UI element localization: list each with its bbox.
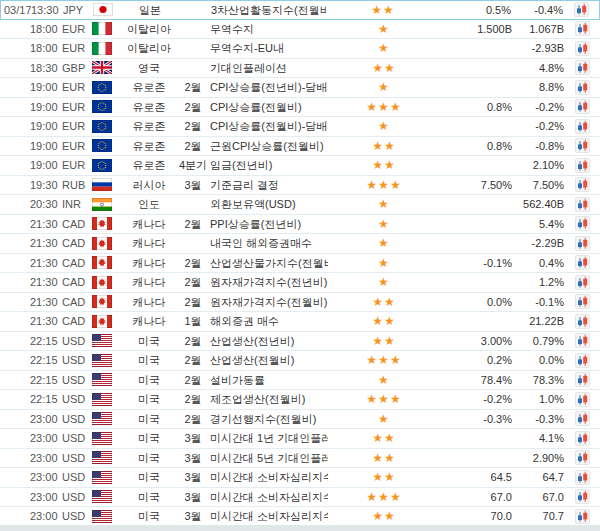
event-name-link[interactable]: 기대인플레이션 <box>208 59 328 77</box>
event-name-link[interactable]: 무역수지-EU내 <box>208 39 328 57</box>
chart-candles-icon[interactable] <box>564 392 600 407</box>
calendar-row[interactable]: 19:00EUR유로존2월CPI상승률(전월비)★★★0.8%-0.2% <box>0 98 600 118</box>
chart-candles-icon[interactable] <box>564 158 600 173</box>
event-name-link[interactable]: CPI상승률(전월비) <box>208 98 328 116</box>
country-flag-icon <box>92 120 120 133</box>
chart-candles-icon[interactable] <box>564 470 600 485</box>
country-flag-icon <box>92 178 120 191</box>
chart-candles-icon[interactable] <box>564 314 600 329</box>
chart-candles-icon[interactable] <box>564 41 600 56</box>
chart-candles-icon[interactable] <box>563 2 599 17</box>
star-icon: ★ <box>366 100 378 114</box>
event-name-link[interactable]: 미시간대 소비자심리지수(현재) <box>208 507 328 525</box>
event-name-link[interactable]: 외환보유액(USD) <box>208 195 328 213</box>
event-time: 23:00 <box>30 449 62 467</box>
event-name-link[interactable]: 경기선행지수(전월비) <box>208 410 328 428</box>
importance-stars: ★ <box>328 254 440 272</box>
calendar-row[interactable]: 19:30RUB러시아3월기준금리 결정★★★7.50%7.50% <box>0 176 600 196</box>
currency-code: EUR <box>62 137 92 155</box>
event-name-link[interactable]: CPI상승률(전년비)-담배제외 <box>208 78 328 96</box>
calendar-row[interactable]: 21:30CAD캐나다2월원자재가격지수(전월비)★★0.0%-0.1% <box>0 293 600 313</box>
chart-candles-icon[interactable] <box>564 236 600 251</box>
star-icon: ★ <box>378 236 390 250</box>
event-name-link[interactable]: 원자재가격지수(전월비) <box>208 293 328 311</box>
previous-value: 8.8% <box>512 78 564 96</box>
event-name-link[interactable]: 미시간대 소비자심리지수(종합) <box>208 488 328 506</box>
event-name-link[interactable]: CPI상승률(전월비)-담배제외 <box>208 117 328 135</box>
event-name-link[interactable]: 미시간대 5년 기대인플레이션 <box>208 449 328 467</box>
calendar-row[interactable]: 22:15USD미국2월제조업생산(전월비)★★★-0.2%1.0% <box>0 390 600 410</box>
chart-candles-icon[interactable] <box>564 177 600 192</box>
event-name-link[interactable]: 3차산업활동지수(전월비) <box>209 1 327 19</box>
chart-candles-icon[interactable] <box>564 372 600 387</box>
chart-candles-icon[interactable] <box>564 509 600 524</box>
currency-code: USD <box>62 449 92 467</box>
calendar-row[interactable]: 19:00EUR유로존2월CPI상승률(전년비)-담배제외★8.8% <box>0 78 600 98</box>
event-name-link[interactable]: 임금(전년비) <box>208 156 328 174</box>
chart-candles-icon[interactable] <box>564 216 600 231</box>
event-name-link[interactable]: 산업생산(전월비) <box>208 351 328 369</box>
event-name-link[interactable]: 산업생산(전년비) <box>208 332 328 350</box>
calendar-row[interactable]: 23:00USD미국3월미시간대 소비자심리지수(현재)★★70.070.7 <box>0 507 600 527</box>
calendar-row[interactable]: 21:30CAD캐나다1월해외증권 매수★★21.22B <box>0 312 600 332</box>
previous-value: 4.8% <box>512 59 564 77</box>
currency-code: USD <box>62 429 92 447</box>
calendar-row[interactable]: 22:15USD미국2월산업생산(전월비)★★★0.2%0.0% <box>0 351 600 371</box>
calendar-row[interactable]: 23:00USD미국3월미시간대 소비자심리지수(종합)★★★67.067.0 <box>0 488 600 508</box>
star-icon: ★ <box>384 158 396 172</box>
chart-candles-icon[interactable] <box>564 60 600 75</box>
chart-candles-icon[interactable] <box>564 411 600 426</box>
event-name-link[interactable]: 미시간대 1년 기대인플레이션 <box>208 429 328 447</box>
chart-candles-icon[interactable] <box>564 197 600 212</box>
calendar-row[interactable]: 18:30GBP영국기대인플레이션★★4.8% <box>0 59 600 79</box>
calendar-row[interactable]: 23:00USD미국2월경기선행지수(전월비)★-0.3%-0.3% <box>0 410 600 430</box>
calendar-row[interactable]: 21:30CAD캐나다2월원자재가격지수(전년비)★1.2% <box>0 273 600 293</box>
calendar-row[interactable]: 03/1713:30JPY일본3차산업활동지수(전월비)★★0.5%-0.4% <box>0 0 600 20</box>
chart-candles-icon[interactable] <box>564 431 600 446</box>
event-name-link[interactable]: 제조업생산(전월비) <box>208 390 328 408</box>
event-name-link[interactable]: 기준금리 결정 <box>208 176 328 194</box>
chart-candles-icon[interactable] <box>564 21 600 36</box>
calendar-row[interactable]: 23:00USD미국3월미시간대 소비자심리지수(전망)★★64.564.7 <box>0 468 600 488</box>
calendar-row[interactable]: 23:00USD미국3월미시간대 1년 기대인플레이션★★4.1% <box>0 429 600 449</box>
chart-candles-icon[interactable] <box>564 119 600 134</box>
calendar-row[interactable]: 19:00EUR유로존2월근원CPI상승률(전월비)★★0.8%-0.8% <box>0 137 600 157</box>
calendar-row[interactable]: 18:00EUR이탈리아무역수지-EU내★-2.93B <box>0 39 600 59</box>
importance-stars: ★ <box>328 215 440 233</box>
chart-candles-icon[interactable] <box>564 275 600 290</box>
event-name-link[interactable]: 설비가동률 <box>208 371 328 389</box>
event-name-link[interactable]: 원자재가격지수(전년비) <box>208 273 328 291</box>
country-name: 유로존 <box>120 137 178 155</box>
chart-candles-icon[interactable] <box>564 450 600 465</box>
star-icon: ★ <box>372 139 384 153</box>
event-name-link[interactable]: 해외증권 매수 <box>208 312 328 330</box>
event-name-link[interactable]: 미시간대 소비자심리지수(전망) <box>208 468 328 486</box>
chart-candles-icon[interactable] <box>564 138 600 153</box>
calendar-row[interactable]: 18:00EUR이탈리아무역수지★1.500B1.067B <box>0 20 600 40</box>
importance-stars: ★★★ <box>328 390 440 408</box>
chart-candles-icon[interactable] <box>564 353 600 368</box>
calendar-row[interactable]: 21:30CAD캐나다2월PPI상승률(전년비)★5.4% <box>0 215 600 235</box>
calendar-row[interactable]: 19:00EUR유로존2월CPI상승률(전월비)-담배제외★-0.2% <box>0 117 600 137</box>
chart-candles-icon[interactable] <box>564 99 600 114</box>
calendar-row[interactable]: 21:30CAD캐나다2월산업생산물가지수(전월비)★-0.1%0.4% <box>0 254 600 274</box>
country-flag-icon <box>92 315 120 328</box>
star-icon: ★ <box>390 490 402 504</box>
calendar-row[interactable]: 20:30INR인도외환보유액(USD)★562.40B <box>0 195 600 215</box>
calendar-row[interactable]: 21:30CAD캐나다내국인 해외증권매수★-2.29B <box>0 234 600 254</box>
calendar-row[interactable]: 23:00USD미국3월미시간대 5년 기대인플레이션★★2.90% <box>0 449 600 469</box>
event-name-link[interactable]: 무역수지 <box>208 20 328 38</box>
chart-candles-icon[interactable] <box>564 80 600 95</box>
event-name-link[interactable]: 내국인 해외증권매수 <box>208 234 328 252</box>
calendar-row[interactable]: 19:00EUR유로존4분기임금(전년비)★★2.10% <box>0 156 600 176</box>
calendar-row[interactable]: 22:15USD미국2월설비가동률★78.4%78.3% <box>0 371 600 391</box>
chart-candles-icon[interactable] <box>564 294 600 309</box>
star-icon: ★ <box>378 490 390 504</box>
event-name-link[interactable]: 근원CPI상승률(전월비) <box>208 137 328 155</box>
event-name-link[interactable]: PPI상승률(전년비) <box>208 215 328 233</box>
chart-candles-icon[interactable] <box>564 333 600 348</box>
chart-candles-icon[interactable] <box>564 489 600 504</box>
calendar-row[interactable]: 22:15USD미국2월산업생산(전년비)★★3.00%0.79% <box>0 332 600 352</box>
chart-candles-icon[interactable] <box>564 255 600 270</box>
event-name-link[interactable]: 산업생산물가지수(전월비) <box>208 254 328 272</box>
